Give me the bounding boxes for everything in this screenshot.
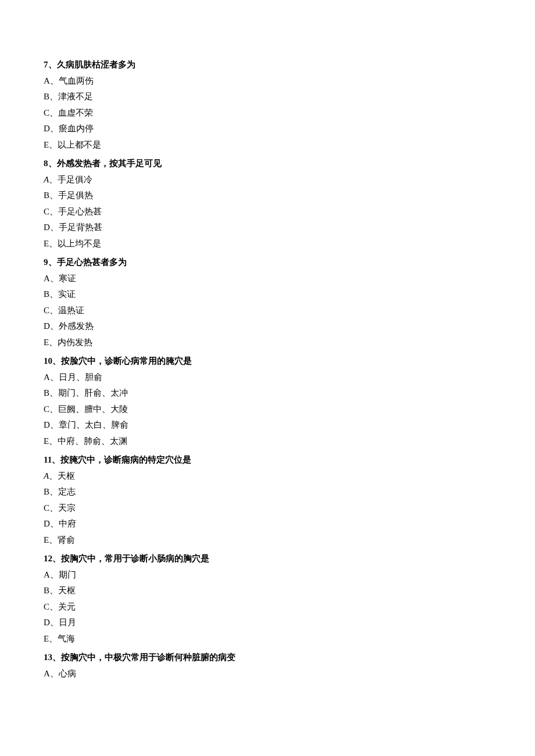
question-separator: 、	[52, 653, 61, 662]
option-text: 天枢	[58, 471, 75, 481]
option-letter: C	[44, 404, 49, 414]
option-text: 手足心热甚	[58, 207, 102, 216]
question-number: 12	[44, 554, 52, 563]
option-text: 中府、肺俞、太渊	[58, 436, 127, 446]
option-letter: E	[44, 634, 49, 643]
option-letter: A	[44, 471, 49, 481]
option-letter: C	[44, 207, 49, 216]
option: B、期门、肝俞、太冲	[44, 386, 491, 400]
option-separator: 、	[50, 223, 59, 232]
option: C、关元	[44, 600, 491, 614]
option-letter: B	[44, 92, 49, 101]
option-letter: D	[44, 223, 50, 232]
option-separator: 、	[50, 124, 59, 133]
option-letter: D	[44, 321, 50, 331]
option-text: 心病	[59, 669, 76, 678]
option-letter: D	[44, 420, 50, 429]
option-letter: A	[44, 76, 50, 85]
option-separator: 、	[50, 570, 59, 579]
option: E、内伤发热	[44, 336, 491, 349]
question-stem: 10、按脸穴中，诊断心病常用的腌穴是	[44, 354, 491, 368]
question-separator: 、	[52, 455, 60, 464]
question-stem: 11、按腌穴中，诊断痫病的特定穴位是	[44, 453, 491, 467]
option-separator: 、	[49, 634, 58, 643]
option: A、手足俱冷	[44, 173, 491, 187]
option-text: 期门	[59, 570, 76, 579]
option-separator: 、	[49, 306, 58, 315]
option-separator: 、	[49, 140, 58, 149]
document-page: 7、久病肌肤枯涩者多为A、气血两伤B、津液不足C、血虚不荣D、瘀血内停E、以上都…	[0, 0, 535, 718]
option-text: 定志	[58, 487, 76, 496]
option: E、肾俞	[44, 533, 491, 547]
option-text: 实证	[58, 289, 76, 299]
option-text: 瘀血内停	[59, 124, 94, 133]
option: A、日月、胆俞	[44, 371, 491, 384]
option-separator: 、	[49, 108, 58, 117]
option: E、中府、肺俞、太渊	[44, 435, 491, 448]
option-letter: B	[44, 487, 49, 496]
option: B、天枢	[44, 584, 491, 597]
option-separator: 、	[49, 175, 58, 184]
option-text: 以上都不是	[58, 140, 101, 149]
option-text: 日月	[59, 618, 76, 627]
question-separator: 、	[48, 159, 57, 168]
option-letter: C	[44, 503, 49, 513]
option-separator: 、	[49, 338, 58, 347]
question-text: 按脸穴中，诊断心病常用的腌穴是	[61, 356, 192, 366]
option-letter: A	[44, 372, 50, 382]
option-text: 气血两伤	[59, 76, 94, 85]
question-separator: 、	[52, 554, 61, 563]
option: B、定志	[44, 485, 491, 499]
question-text: 外感发热者，按其手足可见	[57, 159, 162, 168]
question-number: 10	[44, 356, 52, 366]
option-letter: A	[44, 175, 49, 184]
option-separator: 、	[50, 76, 59, 85]
option: E、气海	[44, 632, 491, 646]
option-letter: D	[44, 618, 50, 627]
option: D、日月	[44, 616, 491, 629]
option-letter: D	[44, 519, 50, 528]
option-letter: B	[44, 586, 49, 595]
question-number: 9	[44, 257, 48, 267]
option-separator: 、	[49, 191, 58, 200]
option-separator: 、	[50, 420, 59, 429]
option-separator: 、	[49, 388, 58, 397]
option: D、中府	[44, 517, 491, 531]
option-letter: B	[44, 191, 49, 200]
question-number: 7	[44, 60, 48, 69]
option: D、章门、太白、脾俞	[44, 418, 491, 432]
option-separator: 、	[49, 602, 58, 611]
option-letter: A	[44, 570, 50, 579]
option-separator: 、	[49, 207, 58, 216]
option: C、手足心热甚	[44, 205, 491, 218]
option-text: 血虚不荣	[58, 108, 93, 117]
option-letter: C	[44, 306, 49, 315]
option-text: 关元	[58, 602, 76, 611]
option-letter: E	[44, 535, 49, 544]
question-stem: 7、久病肌肤枯涩者多为	[44, 58, 491, 71]
option-text: 内伤发热	[58, 338, 92, 347]
question-stem: 9、手足心热甚者多为	[44, 256, 491, 269]
option-letter: E	[44, 338, 49, 347]
option: D、瘀血内停	[44, 122, 491, 135]
option: B、实证	[44, 288, 491, 301]
option-separator: 、	[50, 519, 59, 528]
option: C、温热证	[44, 304, 491, 317]
option-separator: 、	[49, 289, 58, 299]
option: C、巨阙、膻中、大陵	[44, 403, 491, 416]
option: C、天宗	[44, 501, 491, 515]
question-text: 按腌穴中，诊断痫病的特定穴位是	[60, 455, 191, 464]
option: A、心病	[44, 667, 491, 680]
option-letter: E	[44, 140, 49, 149]
option-text: 巨阙、膻中、大陵	[58, 404, 128, 414]
option-text: 肾俞	[58, 535, 75, 544]
question-stem: 8、外感发热者，按其手足可见	[44, 157, 491, 170]
option: D、手足背热甚	[44, 221, 491, 234]
option-separator: 、	[49, 586, 58, 595]
question-separator: 、	[48, 60, 57, 69]
option-separator: 、	[50, 372, 59, 382]
option: A、气血两伤	[44, 74, 491, 88]
option-letter: E	[44, 436, 49, 446]
question-separator: 、	[48, 257, 57, 267]
option-letter: B	[44, 289, 49, 299]
